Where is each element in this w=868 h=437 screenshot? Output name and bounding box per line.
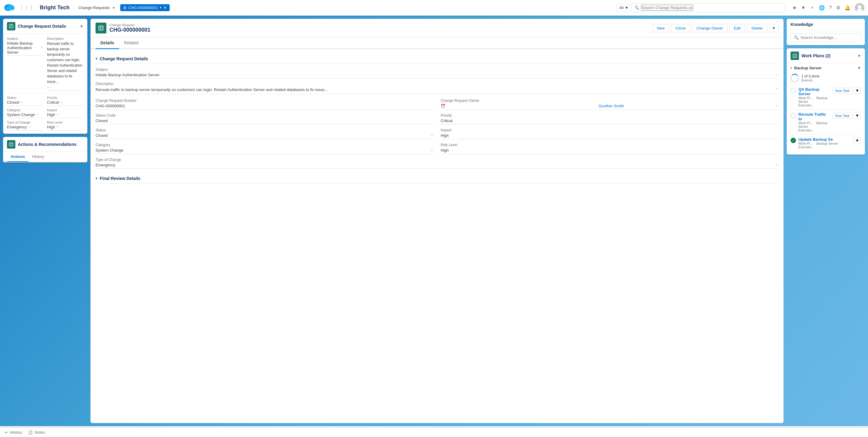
help-icon[interactable]: ? (829, 5, 832, 10)
work-plans-dropdown-icon[interactable]: ▼ (857, 54, 861, 58)
clone-button[interactable]: Clone (671, 24, 690, 32)
salesforce-logo[interactable] (4, 1, 16, 14)
center-risk-field: Risk Level High (441, 143, 778, 154)
delete-button[interactable]: Delete (747, 24, 767, 32)
qa-backup-new-task-button[interactable]: New Task (832, 88, 852, 94)
progress-done-text: 1 of 3 done (801, 74, 819, 79)
favorites-icon[interactable]: ★ (792, 5, 797, 10)
category-value: System Change ✏ (7, 113, 43, 118)
actions-tab-actions[interactable]: Actions (7, 152, 29, 162)
nav-change-requests[interactable]: Change Requests ▼ (73, 5, 116, 10)
reroute-sub3: Executio... (798, 128, 830, 132)
impact-edit-icon[interactable]: ✏ (56, 113, 59, 117)
subject-text: Initiate Backup Authentication Server (7, 41, 39, 55)
work-plans-body: ▾ Backup Server ▼ 1 of 3 done Executi... (787, 63, 865, 154)
update-backup-dropdown-button[interactable]: ▼ (854, 137, 861, 144)
details-card-header-left: Change Request Details (7, 22, 66, 30)
section-final-review[interactable]: ▾ Final Review Details (96, 174, 778, 184)
section-chevron-icon: ▾ (96, 57, 97, 61)
status-edit-icon[interactable]: ✏ (20, 100, 23, 104)
favorites-dropdown-icon[interactable]: ▼ (801, 5, 806, 10)
notification-icon[interactable]: 🔔 (844, 5, 850, 10)
chg-owner-link[interactable]: Gunther Smith (598, 104, 624, 108)
description-edit-icon[interactable]: ✏ (47, 86, 50, 90)
center-status-edit[interactable]: ✏ (431, 133, 433, 137)
chg-owner-edit[interactable]: ✏ (776, 104, 778, 108)
knowledge-card-header: Knowledge (787, 19, 865, 30)
impact-label: Impact (47, 108, 84, 112)
update-backup-title[interactable]: Update Backup Se (798, 137, 851, 142)
center-fields-grid: Change Request Number CHG-000000001 Chan… (96, 98, 778, 169)
setup-globe-icon[interactable]: 🌐 (819, 5, 825, 10)
section-title: Change Request Details (100, 56, 148, 61)
subject-edit-icon[interactable]: ✏ (41, 46, 43, 50)
change-owner-button[interactable]: Change Owner (692, 24, 727, 32)
tab-related[interactable]: Related (119, 37, 143, 49)
status-code-label: Status Code (96, 113, 433, 118)
section-change-request-details[interactable]: ▾ Change Request Details (96, 54, 778, 64)
impact-field: Impact High ✏ (47, 108, 84, 118)
backup-server-toggle[interactable]: ▾ Backup Server ▼ (790, 63, 861, 73)
edit-button[interactable]: Edit (730, 24, 745, 32)
chg-actions: New Clone Change Owner Edit Delete ▼ (652, 24, 778, 32)
update-backup-sub1: Work Pl... (798, 142, 812, 145)
actions-dropdown-button[interactable]: ▼ (769, 24, 778, 32)
center-subject-group: Initiate Backup Authentication Server ✏ (96, 73, 778, 79)
tab-chg[interactable]: ⊞ CHG-000000001 ▾ ✕ (120, 4, 170, 11)
update-backup-sub3: Executio... (798, 145, 851, 149)
qa-backup-sub1: Work Pl... (798, 96, 812, 100)
category-edit-icon[interactable]: ✏ (36, 113, 39, 117)
type-edit-icon[interactable]: ✏ (28, 125, 31, 129)
avatar[interactable] (855, 3, 864, 13)
priority-value: Critical ✏ (47, 100, 84, 106)
details-fields-grid: Subject Initiate Backup Authentication S… (7, 37, 84, 91)
center-priority-value: Critical (441, 119, 778, 124)
settings-icon[interactable]: ⚙ (836, 5, 840, 10)
qa-backup-circle (790, 88, 796, 93)
chg-title-group: Change Request CHG-000000001 (110, 23, 150, 33)
backup-server-action-icon[interactable]: ▼ (857, 66, 861, 70)
center-subject-text: Initiate Backup Authentication Server (96, 73, 159, 77)
center-risk-value: High (441, 148, 778, 154)
reroute-new-task-button[interactable]: New Task (832, 113, 852, 119)
tab-details[interactable]: Details (96, 37, 119, 49)
center-category-edit[interactable]: ✏ (431, 148, 433, 152)
status-value: Closed ✏ (7, 100, 43, 106)
reroute-title[interactable]: Reroute Traffic to (798, 112, 830, 121)
actions-tab-history[interactable]: History (29, 152, 48, 162)
center-type-edit[interactable]: ✏ (776, 163, 778, 167)
search-input[interactable] (641, 5, 693, 10)
center-impact-label: Impact (441, 128, 778, 132)
search-dropdown[interactable]: All ▼ (616, 4, 631, 11)
priority-label: Priority (47, 96, 84, 99)
category-text: System Change (7, 113, 35, 117)
update-backup-sub2: Backup Server (816, 142, 838, 145)
center-priority-field: Priority Critical (441, 113, 778, 124)
qa-backup-dropdown-button[interactable]: ▼ (854, 87, 861, 94)
details-card-dropdown-icon[interactable]: ▼ (80, 24, 84, 29)
center-description-edit[interactable]: ✏ (776, 87, 778, 91)
reroute-dropdown-button[interactable]: ▼ (854, 112, 861, 119)
qa-backup-title[interactable]: QA Backup Server (798, 87, 830, 96)
app-name: Bright Tech (40, 4, 70, 11)
priority-edit-icon[interactable]: ✏ (60, 100, 63, 104)
knowledge-search-input[interactable] (801, 35, 858, 40)
progress-sub-text: Executi... (801, 79, 819, 82)
qa-backup-content: QA Backup Server Work Pl... Backup Serve… (798, 87, 830, 107)
chg-number-label: Change Request Number (96, 98, 433, 103)
center-description-label: Description (96, 82, 778, 86)
risk-edit-icon[interactable]: ✏ (56, 125, 59, 129)
actions-card-header: Actions & Recommendations (3, 137, 87, 152)
add-icon[interactable]: ＋ (810, 4, 815, 11)
details-card-title: Change Request Details (18, 24, 66, 29)
center-category-value: System Change ✏ (96, 148, 433, 154)
new-button[interactable]: New (652, 24, 669, 32)
center-subject-edit[interactable]: ✏ (776, 73, 778, 77)
work-plans-title: Work Plans (2) (801, 53, 831, 58)
qa-backup-sub: Work Pl... Backup Server (798, 96, 830, 103)
type-of-change-label: Type of Change (7, 121, 43, 124)
status-label: Status (7, 96, 43, 99)
center-impact-value: High (441, 133, 778, 139)
description-text: Reroute traffic to backup server tempora… (47, 41, 84, 84)
tab-close-icon[interactable]: ✕ (163, 5, 167, 10)
